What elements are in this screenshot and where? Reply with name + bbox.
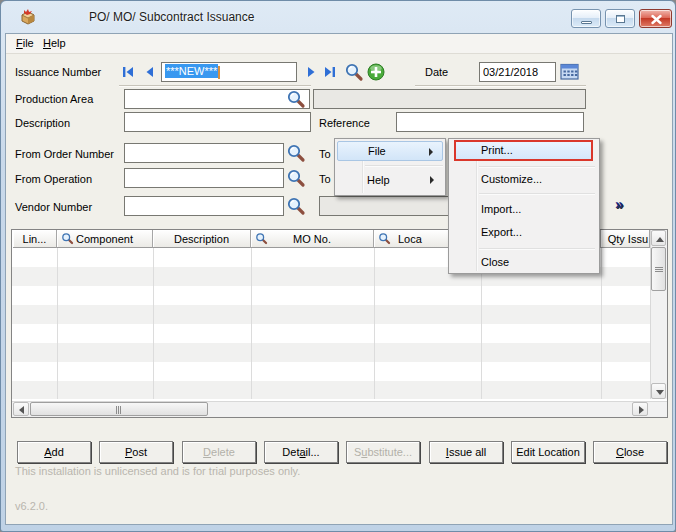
arrow-down-icon bbox=[656, 390, 664, 395]
issuance-number-input[interactable]: ***NEW*** bbox=[161, 62, 297, 82]
from-order-number-label: From Order Number bbox=[15, 148, 114, 160]
production-area-label: Production Area bbox=[15, 93, 93, 105]
table-header-description[interactable]: Description bbox=[153, 230, 251, 248]
nav-next-button[interactable] bbox=[303, 64, 319, 80]
from-order-number-input[interactable] bbox=[124, 143, 284, 163]
maximize-button[interactable] bbox=[605, 9, 635, 28]
nav-prev-button[interactable] bbox=[142, 64, 158, 80]
table-grid-line bbox=[374, 248, 375, 399]
menu-separator bbox=[365, 165, 443, 166]
calendar-icon[interactable] bbox=[560, 63, 580, 81]
license-text: This installation is unlicensed and is f… bbox=[15, 465, 300, 477]
context-menu: File Help bbox=[334, 138, 446, 196]
close-button[interactable] bbox=[639, 9, 672, 28]
edit-location-button[interactable]: Edit Location bbox=[511, 441, 585, 463]
menu-item-export[interactable]: Export... bbox=[451, 222, 597, 242]
description-label: Description bbox=[15, 117, 70, 129]
menu-item-print[interactable]: Print... bbox=[454, 140, 593, 161]
post-button[interactable]: Post bbox=[99, 441, 173, 463]
from-operation-to-label: To bbox=[319, 173, 331, 185]
add-button[interactable]: Add bbox=[17, 441, 91, 463]
table-grid-line bbox=[251, 248, 252, 399]
menu-item-file[interactable]: File bbox=[337, 141, 443, 161]
minimize-button[interactable] bbox=[571, 9, 601, 28]
file-submenu: Print... Customize... Import... Export..… bbox=[448, 138, 600, 274]
menu-file[interactable]: File bbox=[13, 37, 37, 52]
from-order-to-label: To bbox=[319, 148, 331, 160]
add-new-icon[interactable] bbox=[367, 63, 385, 81]
table-header-component[interactable]: Component bbox=[57, 230, 153, 248]
menu-bar: File Help bbox=[6, 34, 672, 54]
production-area-description-field bbox=[313, 89, 586, 109]
issuance-number-label: Issuance Number bbox=[15, 66, 101, 78]
date-input[interactable] bbox=[479, 62, 556, 82]
arrow-right-icon bbox=[639, 406, 644, 414]
arrow-up-icon bbox=[656, 237, 664, 242]
vendor-number-input[interactable] bbox=[124, 196, 284, 216]
table-header-qty-issued[interactable]: Qty Issu bbox=[601, 230, 650, 248]
submenu-arrow-icon bbox=[429, 148, 433, 156]
from-operation-label: From Operation bbox=[15, 173, 92, 185]
reference-label: Reference bbox=[319, 117, 370, 129]
location-search-icon[interactable] bbox=[378, 232, 391, 245]
version-text: v6.2.0. bbox=[15, 500, 48, 512]
group-separator bbox=[415, 85, 586, 87]
mo-no-search-icon[interactable] bbox=[255, 232, 268, 245]
scroll-down-button[interactable] bbox=[651, 383, 666, 399]
more-options-chevrons[interactable]: » bbox=[615, 195, 621, 212]
menu-separator bbox=[479, 248, 595, 249]
issuance-search-icon[interactable] bbox=[344, 62, 364, 82]
vendor-search-icon[interactable] bbox=[286, 196, 306, 216]
title-bar[interactable]: PO/ MO/ Subcontract Issuance bbox=[1, 1, 676, 33]
window-title: PO/ MO/ Subcontract Issuance bbox=[89, 10, 254, 24]
nav-first-button[interactable] bbox=[120, 64, 136, 80]
menu-item-close[interactable]: Close bbox=[451, 252, 597, 272]
from-operation-input[interactable] bbox=[124, 168, 284, 188]
thumb-grip-icon bbox=[655, 267, 663, 268]
app-window: PO/ MO/ Subcontract Issuance File Help I… bbox=[0, 0, 676, 532]
substitute-button[interactable]: Substitute... bbox=[346, 441, 420, 463]
menu-item-help[interactable]: Help bbox=[337, 170, 443, 190]
arrow-left-icon bbox=[19, 406, 24, 414]
maximize-icon bbox=[616, 15, 625, 23]
issuance-selected-text: ***NEW*** bbox=[165, 64, 218, 78]
vertical-scroll-thumb[interactable] bbox=[651, 247, 666, 291]
scroll-left-button[interactable] bbox=[13, 402, 29, 416]
menu-item-customize[interactable]: Customize... bbox=[451, 169, 597, 189]
menu-separator bbox=[479, 193, 595, 194]
reference-input[interactable] bbox=[396, 112, 584, 132]
menu-separator bbox=[479, 166, 595, 167]
close-icon bbox=[640, 10, 673, 29]
menu-help[interactable]: Help bbox=[40, 37, 69, 52]
thumb-grip-icon bbox=[116, 406, 117, 414]
minimize-icon bbox=[581, 21, 592, 24]
close-action-button[interactable]: Close bbox=[593, 441, 667, 463]
app-icon bbox=[19, 8, 37, 26]
delete-button[interactable]: Delete bbox=[182, 441, 256, 463]
from-operation-search-icon[interactable] bbox=[286, 168, 306, 188]
table-header-mo-no[interactable]: MO No. bbox=[251, 230, 374, 248]
scroll-right-button[interactable] bbox=[632, 402, 648, 416]
table-header-line[interactable]: Lin... bbox=[13, 230, 57, 248]
menu-item-import[interactable]: Import... bbox=[451, 199, 597, 219]
component-search-icon[interactable] bbox=[61, 232, 74, 245]
issue-all-button[interactable]: Issue all bbox=[429, 441, 503, 463]
table-grid-line bbox=[153, 248, 154, 399]
production-area-search-icon[interactable] bbox=[286, 89, 306, 109]
table-grid-line bbox=[57, 248, 58, 399]
table-grid-line bbox=[601, 248, 602, 399]
from-order-search-icon[interactable] bbox=[286, 143, 306, 163]
group-separator bbox=[119, 85, 311, 87]
submenu-arrow-icon bbox=[430, 176, 434, 184]
description-input[interactable] bbox=[124, 112, 311, 132]
detail-button[interactable]: Detail... bbox=[264, 441, 338, 463]
nav-last-button[interactable] bbox=[322, 64, 338, 80]
scroll-up-button[interactable] bbox=[651, 230, 666, 246]
horizontal-scroll-thumb[interactable] bbox=[30, 402, 208, 416]
text-caret bbox=[218, 66, 220, 79]
production-area-input[interactable] bbox=[124, 89, 310, 109]
vendor-number-label: Vendor Number bbox=[15, 201, 92, 213]
date-label: Date bbox=[425, 66, 448, 78]
